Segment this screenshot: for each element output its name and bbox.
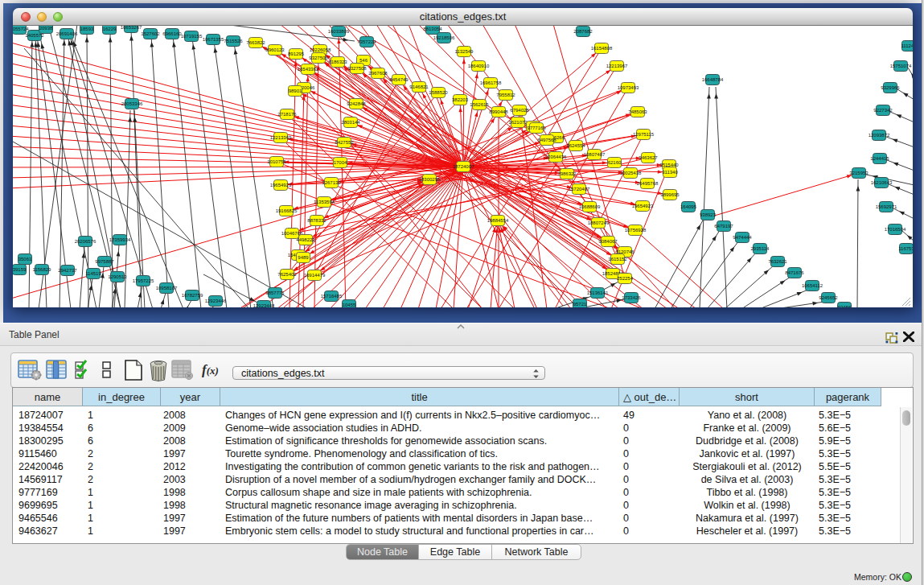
svg-text:9975887: 9975887 (95, 259, 114, 264)
svg-text:12093872: 12093872 (869, 133, 890, 138)
svg-text:252254: 252254 (617, 276, 634, 281)
svg-text:2967608: 2967608 (368, 71, 388, 76)
svg-text:10025438: 10025438 (620, 171, 642, 175)
svg-text:3215953: 3215953 (849, 171, 869, 175)
svg-text:114519: 114519 (85, 271, 101, 276)
svg-text:16229: 16229 (103, 27, 117, 31)
svg-text:9899695: 9899695 (660, 192, 680, 197)
svg-text:9084067: 9084067 (598, 239, 618, 244)
svg-text:7625402: 7625402 (277, 272, 297, 277)
svg-text:8813054: 8813054 (423, 27, 442, 31)
svg-text:92456: 92456 (838, 305, 852, 307)
svg-text:98901: 98901 (289, 89, 302, 93)
svg-text:1132549: 1132549 (455, 49, 474, 54)
svg-text:1621072: 1621072 (508, 120, 528, 125)
svg-text:17957225: 17957225 (133, 278, 154, 283)
svg-text:9245652: 9245652 (819, 295, 838, 300)
svg-text:7955812: 7955812 (496, 93, 515, 97)
svg-text:2718176: 2718176 (277, 112, 297, 117)
svg-text:382203: 382203 (452, 97, 469, 102)
svg-text:1244415: 1244415 (870, 156, 889, 161)
svg-text:1405572: 1405572 (25, 33, 44, 38)
svg-text:1527602: 1527602 (141, 31, 160, 36)
svg-text:12923446: 12923446 (205, 299, 227, 303)
svg-text:16782759: 16782759 (182, 293, 203, 298)
svg-text:10653267: 10653267 (121, 26, 142, 30)
svg-text:8471676: 8471676 (785, 270, 804, 275)
svg-text:111248: 111248 (901, 43, 913, 48)
svg-text:10671355: 10671355 (203, 37, 224, 42)
svg-text:16210643: 16210643 (871, 180, 893, 185)
svg-text:8990448: 8990448 (489, 109, 508, 114)
svg-text:26495768: 26495768 (637, 181, 659, 186)
svg-text:15720407: 15720407 (569, 187, 590, 192)
svg-text:10455: 10455 (343, 303, 356, 307)
svg-text:16033809: 16033809 (328, 29, 350, 34)
svg-text:20691406: 20691406 (56, 31, 78, 36)
svg-text:20206576: 20206576 (75, 239, 97, 244)
svg-text:9227342: 9227342 (873, 108, 893, 113)
svg-text:10688609: 10688609 (579, 204, 601, 209)
svg-text:12923448: 12923448 (253, 303, 275, 307)
svg-text:7632621: 7632621 (768, 259, 787, 264)
svg-text:3624554: 3624554 (566, 143, 585, 148)
svg-text:2935114: 2935114 (751, 246, 770, 251)
svg-text:9146821: 9146821 (409, 84, 429, 89)
svg-text:15751074: 15751074 (890, 64, 912, 68)
svg-text:6794028: 6794028 (510, 108, 529, 113)
svg-text:1010755: 1010755 (267, 159, 286, 164)
svg-text:35061: 35061 (18, 257, 32, 262)
svg-text:20053346: 20053346 (121, 101, 143, 106)
svg-text:1615152: 1615152 (608, 257, 627, 262)
svg-text:938923: 938923 (700, 212, 717, 217)
svg-text:4498222: 4498222 (296, 237, 315, 242)
svg-text:2087682: 2087682 (573, 29, 593, 34)
svg-text:62160: 62160 (608, 160, 622, 165)
svg-text:2055724: 2055724 (13, 27, 29, 31)
svg-text:8878332: 8878332 (307, 218, 326, 223)
svg-text:19654923: 19654923 (270, 183, 292, 187)
svg-text:1290513: 1290513 (108, 274, 127, 279)
svg-text:10807487: 10807487 (584, 152, 606, 157)
svg-text:19166825: 19166825 (276, 208, 298, 213)
svg-text:546: 546 (359, 58, 368, 63)
svg-text:18593: 18593 (80, 27, 94, 31)
svg-text:19654923: 19654923 (632, 204, 654, 208)
svg-text:8186323: 8186323 (328, 60, 347, 64)
svg-text:7515526: 7515526 (224, 39, 243, 43)
svg-text:311340: 311340 (662, 170, 678, 175)
svg-text:12213967: 12213967 (606, 64, 628, 68)
svg-text:19218506: 19218506 (433, 35, 455, 40)
svg-text:18640910: 18640910 (468, 64, 490, 68)
svg-text:8960123: 8960123 (265, 47, 285, 52)
svg-text:9329966: 9329966 (881, 85, 900, 90)
svg-text:6966160: 6966160 (162, 31, 182, 36)
svg-text:20364436: 20364436 (545, 154, 567, 159)
svg-text:10756928: 10756928 (625, 228, 647, 233)
svg-text:20938: 20938 (39, 26, 53, 31)
svg-text:10654112: 10654112 (802, 283, 823, 288)
svg-text:1733426: 1733426 (622, 295, 641, 300)
svg-text:8454749: 8454749 (389, 77, 409, 82)
svg-text:891295: 891295 (288, 51, 305, 56)
svg-text:16154808: 16154808 (591, 46, 613, 51)
svg-text:10973493: 10973493 (618, 85, 639, 90)
svg-text:9242848: 9242848 (347, 101, 366, 106)
svg-text:9777169: 9777169 (527, 126, 546, 130)
svg-text:10958107: 10958107 (156, 286, 178, 290)
svg-text:9474444: 9474444 (733, 235, 752, 240)
svg-text:17016504: 17016504 (885, 227, 906, 232)
svg-text:13226058: 13226058 (310, 47, 331, 52)
svg-text:10719155: 10719155 (181, 34, 203, 39)
svg-text:7986322: 7986322 (557, 171, 577, 176)
svg-text:1156829: 1156829 (33, 267, 52, 272)
svg-text:15692971: 15692971 (876, 204, 897, 209)
svg-text:11353594: 11353594 (314, 200, 335, 204)
svg-text:9327508: 9327508 (347, 66, 367, 71)
svg-text:12975115: 12975115 (633, 132, 655, 137)
svg-text:17359934: 17359934 (109, 237, 131, 242)
svg-text:17004: 17004 (334, 160, 347, 165)
svg-text:12213369: 12213369 (270, 135, 292, 140)
svg-text:9489: 9489 (298, 255, 309, 260)
svg-text:9327506: 9327506 (309, 56, 328, 60)
